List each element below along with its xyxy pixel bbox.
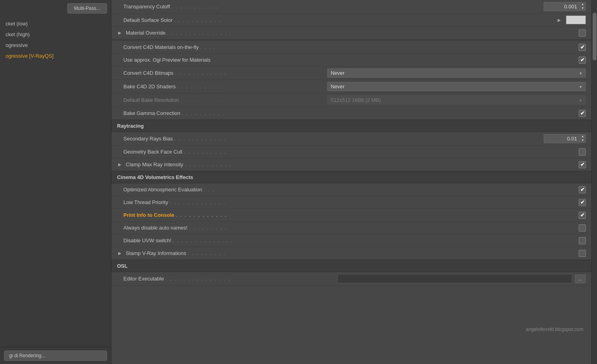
- scrollbar-thumb[interactable]: [593, 13, 597, 60]
- secondary-rays-bias-control: ▲ ▼: [544, 134, 586, 143]
- always-disable-auto-names-row: Always disable auto names! . . . . . . .…: [111, 222, 591, 234]
- stamp-expand-arrow[interactable]: ▶: [117, 251, 123, 256]
- default-bake-resolution-dropdown-wrapper: 512x512 16Bit (2 MB) ▼: [327, 95, 586, 105]
- always-disable-auto-names-label: Always disable auto names! . . . . . . .…: [123, 225, 579, 231]
- secondary-rays-bias-row: Secondary Rays Bias . . . . . . . . . . …: [111, 132, 591, 146]
- checkmark-icon: ✔: [580, 44, 585, 50]
- disable-uvw-switch-control: [579, 237, 586, 244]
- sidebar-item-ogressive[interactable]: ogressive: [0, 40, 111, 51]
- cinema4d-volumetrics-section-header: Cinema 4D Volumetrics Effects: [111, 171, 591, 183]
- default-surface-color-row: Default Surface Solor . . . . . . . . . …: [111, 14, 591, 27]
- osl-section-header: OSL: [111, 260, 591, 272]
- transparency-cutoff-label: Transparency Cutoff . . . . . . . . . . …: [123, 4, 544, 10]
- secondary-rays-input[interactable]: [544, 134, 579, 143]
- clamp-max-ray-control: ✔: [579, 161, 586, 168]
- rendering-button[interactable]: gi di Rendering...: [4, 350, 107, 361]
- low-thread-priority-control: ✔: [579, 199, 586, 206]
- spin-up-icon[interactable]: ▲: [580, 2, 585, 6]
- checkmark-icon: ✔: [580, 187, 585, 193]
- use-approx-ogl-checkbox[interactable]: ✔: [579, 56, 586, 64]
- transparency-cutoff-spinner[interactable]: ▲ ▼: [544, 2, 586, 11]
- secondary-rays-spinbtn[interactable]: ▲ ▼: [579, 134, 586, 143]
- material-override-row: ▶ Material Override . . . . . . . . . . …: [111, 27, 591, 39]
- default-surface-color-label: Default Surface Solor . . . . . . . . . …: [123, 17, 556, 23]
- default-bake-resolution-label: Default Bake Resolution . . . . . . . . …: [123, 97, 327, 103]
- stamp-vray-row: ▶ Stamp V-Ray Informations . . . . . . .…: [111, 247, 591, 260]
- transparency-cutoff-input[interactable]: [544, 2, 579, 11]
- color-swatch[interactable]: [566, 16, 586, 24]
- always-disable-auto-names-control: [579, 224, 586, 232]
- bake-gamma-correction-checkbox[interactable]: ✔: [579, 110, 586, 117]
- print-info-to-console-label: Print Info to Console . . . . . . . . . …: [123, 212, 579, 218]
- spin-up-icon2[interactable]: ▲: [580, 134, 585, 138]
- optimized-atmospheric-label: Optimized Atmospheric Evaluation . . .: [123, 187, 579, 193]
- sidebar-item-vrayqs[interactable]: ogressive [V-RayQS]: [0, 51, 111, 61]
- print-info-to-console-row: Print Info to Console . . . . . . . . . …: [111, 209, 591, 222]
- clamp-max-ray-checkbox[interactable]: ✔: [579, 161, 586, 168]
- convert-c4d-materials-control: ✔: [579, 44, 586, 51]
- bake-c4d-2d-shaders-row: Bake C4D 2D Shaders . . . . . . . . . . …: [111, 80, 591, 93]
- material-override-control: [579, 29, 586, 37]
- optimized-atmospheric-row: Optimized Atmospheric Evaluation . . . ✔: [111, 183, 591, 196]
- sidebar-item-cket-low[interactable]: cket (low): [0, 18, 111, 29]
- always-disable-auto-names-checkbox[interactable]: [579, 224, 586, 232]
- spin-down-icon2[interactable]: ▼: [580, 138, 585, 142]
- sidebar-list: cket (low) cket (high) ogressive ogressi…: [0, 17, 111, 347]
- convert-c4d-materials-label: Convert C4D Materials on-the-fly . . . .: [123, 44, 579, 50]
- checkmark-icon: ✔: [580, 57, 585, 63]
- secondary-rays-bias-label: Secondary Rays Bias . . . . . . . . . . …: [123, 136, 544, 142]
- editor-executable-browse-button[interactable]: ...: [575, 274, 586, 283]
- bake-c4d-2d-shaders-dropdown-wrapper: Never Always Once ▼: [327, 82, 586, 91]
- geometry-back-face-cull-control: [579, 148, 586, 156]
- bake-c4d-2d-shaders-label: Bake C4D 2D Shaders . . . . . . . . . . …: [123, 84, 327, 90]
- editor-executable-control: ...: [338, 274, 586, 283]
- geometry-back-face-cull-row: Geometry Back Face Cull . . . . . . . . …: [111, 146, 591, 158]
- secondary-rays-spinner[interactable]: ▲ ▼: [544, 134, 586, 143]
- clamp-expand-arrow[interactable]: ▶: [117, 162, 123, 167]
- sidebar-top: Multi-Pass...: [0, 0, 111, 17]
- transparency-cutoff-row: Transparency Cutoff . . . . . . . . . . …: [111, 0, 591, 14]
- convert-c4d-bitmaps-select[interactable]: Never Always Once: [327, 68, 586, 78]
- convert-c4d-materials-checkbox[interactable]: ✔: [579, 44, 586, 51]
- material-override-label: ▶ Material Override . . . . . . . . . . …: [117, 30, 579, 36]
- scrollbar-track[interactable]: [591, 0, 597, 364]
- disable-uvw-switch-label: Disable UVW switch! . . . . . . . . . . …: [123, 237, 579, 243]
- material-override-expand[interactable]: ▶: [117, 30, 123, 36]
- spin-down-icon[interactable]: ▼: [580, 6, 585, 10]
- optimized-atmospheric-control: ✔: [579, 186, 586, 193]
- sidebar: Multi-Pass... cket (low) cket (high) ogr…: [0, 0, 111, 364]
- main-content: Transparency Cutoff . . . . . . . . . . …: [111, 0, 591, 364]
- use-approx-ogl-row: Use approx. Ogl Preview for Materials ✔: [111, 54, 591, 66]
- low-thread-priority-row: Low Thread Priority . . . . . . . . . . …: [111, 196, 591, 209]
- low-thread-priority-checkbox[interactable]: ✔: [579, 199, 586, 206]
- watermark: angeloferretti.blogspot.com: [526, 327, 583, 332]
- color-expand-arrow[interactable]: ▶: [556, 17, 562, 23]
- stamp-vray-label: ▶ Stamp V-Ray Informations . . . . . . .…: [117, 250, 579, 256]
- clamp-max-ray-label: ▶ Clamp Max Ray Intensity . . . . . . . …: [117, 162, 579, 167]
- convert-c4d-bitmaps-control: Never Always Once ▼: [327, 68, 586, 78]
- material-override-checkbox[interactable]: [579, 29, 586, 37]
- transparency-cutoff-spinbtn[interactable]: ▲ ▼: [579, 2, 586, 11]
- disable-uvw-switch-checkbox[interactable]: [579, 237, 586, 244]
- convert-c4d-bitmaps-label: Convert C4D Bitmaps . . . . . . . . . . …: [123, 70, 327, 76]
- stamp-vray-control: [579, 250, 586, 257]
- sidebar-item-vrayqs-label: ogressive [V-RayQS]: [6, 53, 54, 59]
- use-approx-ogl-control: ✔: [579, 56, 586, 64]
- bake-gamma-correction-label: Bake Gamma Correction . . . . . . . . . …: [123, 110, 579, 116]
- optimized-atmospheric-checkbox[interactable]: ✔: [579, 186, 586, 193]
- multipass-button[interactable]: Multi-Pass...: [67, 3, 107, 14]
- default-surface-color-control: ▶: [556, 16, 586, 24]
- print-info-to-console-control: ✔: [579, 212, 586, 219]
- print-info-to-console-checkbox[interactable]: ✔: [579, 212, 586, 219]
- checkmark-icon: ✔: [580, 162, 585, 167]
- default-bake-resolution-row: Default Bake Resolution . . . . . . . . …: [111, 93, 591, 107]
- editor-executable-row: Editor Executable . . . . . . . . . . . …: [111, 272, 591, 286]
- sidebar-item-cket-high[interactable]: cket (high): [0, 29, 111, 40]
- geometry-back-face-cull-checkbox[interactable]: [579, 148, 586, 156]
- disable-uvw-switch-row: Disable UVW switch! . . . . . . . . . . …: [111, 234, 591, 247]
- bake-c4d-2d-shaders-select[interactable]: Never Always Once: [327, 82, 586, 91]
- use-approx-ogl-label: Use approx. Ogl Preview for Materials: [123, 57, 579, 63]
- default-bake-resolution-control: 512x512 16Bit (2 MB) ▼: [327, 95, 586, 105]
- editor-executable-input[interactable]: [338, 274, 572, 283]
- stamp-vray-checkbox[interactable]: [579, 250, 586, 257]
